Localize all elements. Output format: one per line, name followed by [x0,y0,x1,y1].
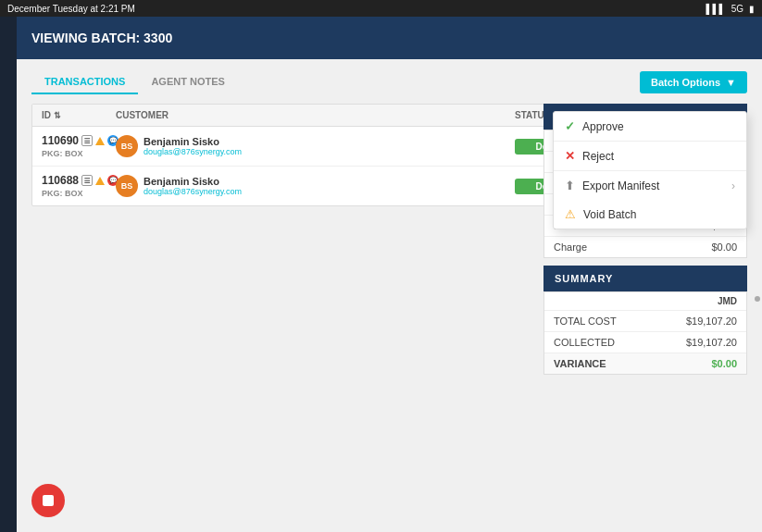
row-id: 110688 [42,174,79,187]
export-icon: ⬆ [565,179,575,192]
warning-icon [95,137,105,145]
export-manifest-label: Export Manifest [582,179,659,192]
col-customer: CUSTOMER [116,110,515,120]
sidebar [0,17,17,532]
void-batch-menu-item[interactable]: ⚠ Void Batch [554,200,746,229]
main-container: VIEWING BATCH: 3300 TRANSACTIONS AGENT N… [17,17,762,532]
check-icon: ✓ [565,119,575,133]
customer-cell: BS Benjamin Sisko douglas@876synergy.com [116,135,515,157]
batch-options-button[interactable]: Batch Options ▼ [640,71,747,93]
network-indicator: 5G [731,4,743,14]
customer-name: Benjamin Sisko [144,136,242,147]
void-batch-label: Void Batch [583,208,636,221]
doc-icon[interactable]: ≡ [81,135,93,146]
tabs-row: TRANSACTIONS AGENT NOTES Batch Options ▼ [31,70,747,94]
warning-triangle-icon: ⚠ [565,207,576,221]
variance-label: VARIANCE [554,358,606,369]
collected-row: COLLECTED $19,107.20 [544,332,746,353]
total-cost-label: TOTAL COST [554,315,617,327]
customer-name: Benjamin Sisko [144,176,242,187]
x-icon: ✕ [565,149,575,163]
status-bar: December Tuesday at 2:21 PM ▌▌▌ 5G ▮ [0,0,762,17]
row-id: 110690 [42,134,79,147]
charge-label: Charge [554,241,587,253]
row-id-cell: 110688 ≡ 💬 PKG: BOX [42,174,116,198]
col-id: ID ⇅ [42,110,116,120]
total-cost-row: TOTAL COST $19,107.20 [544,311,746,332]
reject-label: Reject [582,150,614,163]
chevron-down-icon: ▼ [726,77,736,88]
datetime: December Tuesday at 2:21 PM [7,4,135,14]
pkg-info: PKG: BOX [42,149,119,158]
customer-cell: BS Benjamin Sisko douglas@876synergy.com [116,175,515,197]
collection-charge-row: Charge $0.00 [544,237,746,257]
scroll-indicator [755,296,760,302]
approve-menu-item[interactable]: ✓ Approve [554,112,746,142]
variance-row: VARIANCE $0.00 [544,353,746,374]
approve-label: Approve [582,120,624,133]
battery-icon: ▮ [749,4,755,14]
record-icon [43,495,54,506]
collected-value: $19,107.20 [686,337,737,348]
export-manifest-menu-item[interactable]: ⬆ Export Manifest › [554,171,746,200]
tab-transactions[interactable]: TRANSACTIONS [31,70,138,94]
reject-menu-item[interactable]: ✕ Reject [554,142,746,171]
summary-header: SUMMARY [543,266,747,291]
content-area: TRANSACTIONS AGENT NOTES Batch Options ▼… [17,59,762,532]
batch-title: VIEWING BATCH: 3300 [31,31,172,45]
charge-value: $0.00 [711,241,737,253]
record-button[interactable] [31,484,65,517]
signal-icon: ▌▌▌ [706,4,725,14]
customer-email: douglas@876synergy.com [144,187,242,196]
currency-row: JMD [544,292,746,311]
pkg-info: PKG: BOX [42,189,119,198]
arrow-right-icon: › [731,179,735,192]
collected-label: COLLECTED [554,337,615,348]
customer-email: douglas@876synergy.com [144,147,242,156]
tab-agent-notes[interactable]: AGENT NOTES [138,70,237,94]
total-cost-value: $19,107.20 [686,315,737,327]
batch-header: VIEWING BATCH: 3300 [17,17,762,59]
avatar: BS [116,135,138,157]
warning-icon [95,177,105,185]
avatar: BS [116,175,138,197]
doc-icon[interactable]: ≡ [81,175,93,186]
variance-value: $0.00 [711,358,737,369]
row-id-cell: 110690 ≡ 💬 PKG: BOX [42,134,116,158]
tab-list: TRANSACTIONS AGENT NOTES [31,70,238,94]
dropdown-menu: ✓ Approve ✕ Reject ⬆ Export Manifest › ⚠… [553,111,747,229]
summary-body: JMD TOTAL COST $19,107.20 COLLECTED $19,… [543,291,747,375]
